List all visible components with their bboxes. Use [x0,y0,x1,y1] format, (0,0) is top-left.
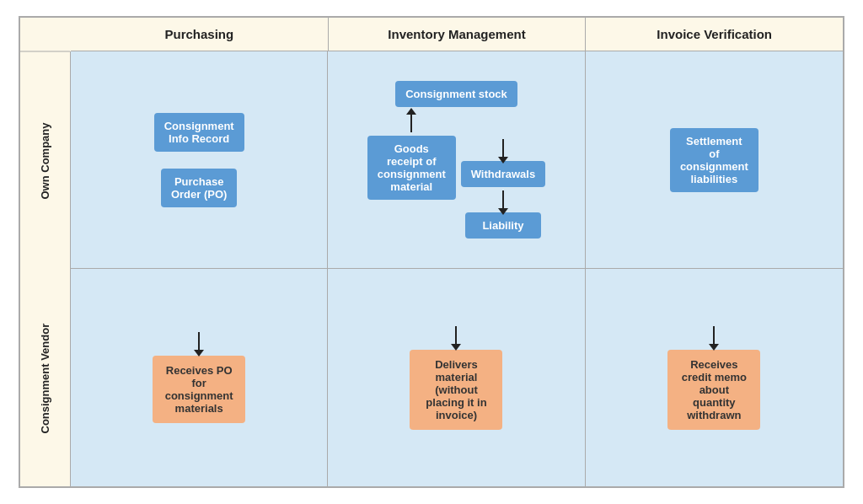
goods-receipt-arrow-up [410,114,412,132]
col-header-purchasing: Purchasing [71,18,329,51]
withdrawals-arrow-down [502,190,504,209]
invoice-arrow-cross [713,326,715,345]
withdrawals-box: Withdrawals [461,161,545,187]
cell-inventory-bottom: Deliversmaterial(withoutplacing it ininv… [328,269,585,486]
column-headers: Purchasing Inventory Management Invoice … [71,18,843,51]
inventory-arrow-cross [455,326,457,345]
cell-inventory-top: Consignment stock Goodsreceipt ofconsign… [328,51,585,269]
col-header-inventory: Inventory Management [329,18,587,51]
consignment-info-record-box: ConsignmentInfo Record [154,113,244,152]
main-grid: ConsignmentInfo Record PurchaseOrder (PO… [71,51,843,486]
row-labels: Own Company Consignment Vendor [20,51,71,486]
goods-receipt-box: Goodsreceipt ofconsignmentmaterial [367,136,456,200]
liability-box: Liability [465,212,541,239]
cell-invoice-bottom: Receivescredit memoaboutquantitywithdraw… [586,269,843,486]
col-header-invoice: Invoice Verification [586,18,843,51]
consignment-stock-arrow-down [502,139,504,158]
cell-purchasing-top: ConsignmentInfo Record PurchaseOrder (PO… [71,51,328,269]
consignment-stock-box: Consignment stock [395,81,517,107]
receives-credit-memo-box: Receivescredit memoaboutquantitywithdraw… [667,350,760,430]
delivers-material-box: Deliversmaterial(withoutplacing it ininv… [410,350,502,430]
purchasing-arrow-cross [198,332,200,351]
row-label-vendor: Consignment Vendor [20,270,70,487]
row-label-own-company: Own Company [20,51,70,270]
diagram-wrapper: Purchasing Inventory Management Invoice … [19,16,844,488]
settlement-box: Settlementofconsignmentliabilities [670,128,758,192]
purchase-order-box: PurchaseOrder (PO) [161,169,237,207]
cell-invoice-top: Settlementofconsignmentliabilities [586,51,843,269]
receives-po-box: Receives POforconsignmentmaterials [153,356,245,423]
cell-purchasing-bottom: Receives POforconsignmentmaterials [71,269,328,486]
